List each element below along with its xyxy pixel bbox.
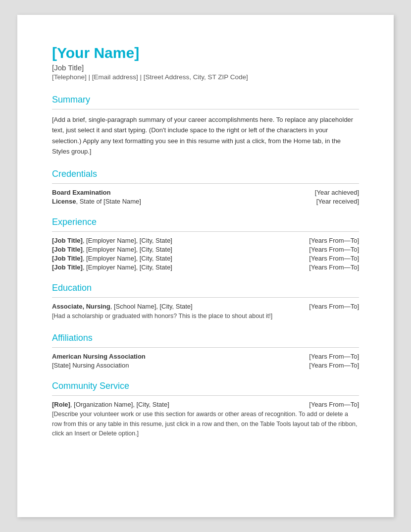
affiliation-row-1: [State] Nursing Association [Years From—…: [52, 362, 359, 369]
education-sub-text: [Had a scholarship or graduated with hon…: [52, 312, 359, 321]
community-service-row-0: [Role], [Organization Name], [City, Stat…: [52, 401, 359, 408]
credential-right-0: [Year achieved]: [315, 189, 359, 196]
summary-section: Summary [Add a brief, single-paragraph s…: [52, 95, 359, 157]
community-service-divider: [52, 395, 359, 396]
summary-divider: [52, 109, 359, 109]
community-service-title: Community Service: [52, 381, 359, 391]
experience-row-0: [Job Title], [Employer Name], [City, Sta…: [52, 237, 359, 244]
summary-title: Summary: [52, 95, 359, 105]
credential-bold-1: License: [52, 198, 76, 205]
experience-row-3: [Job Title], [Employer Name], [City, Sta…: [52, 264, 359, 271]
education-title: Education: [52, 283, 359, 293]
job-title: [Job Title]: [52, 63, 359, 72]
experience-row-2: [Job Title], [Employer Name], [City, Sta…: [52, 255, 359, 262]
experience-section: Experience [Job Title], [Employer Name],…: [52, 217, 359, 271]
credential-left-1: License, State of [State Name]: [52, 198, 308, 205]
name: [Your Name]: [52, 45, 359, 61]
summary-text: [Add a brief, single-paragraph summary o…: [52, 114, 359, 157]
credential-right-1: [Year received]: [316, 198, 359, 205]
affiliations-title: Affiliations: [52, 333, 359, 343]
affiliations-section: Affiliations American Nursing Associatio…: [52, 333, 359, 369]
affiliations-divider: [52, 347, 359, 348]
education-divider: [52, 297, 359, 298]
header: [Your Name] [Job Title] [Telephone] | [E…: [52, 45, 359, 81]
credential-row-0: Board Examination [Year achieved]: [52, 189, 359, 196]
credentials-section: Credentials Board Examination [Year achi…: [52, 169, 359, 205]
experience-title: Experience: [52, 217, 359, 227]
resume-page: [Your Name] [Job Title] [Telephone] | [E…: [17, 15, 394, 517]
education-section: Education Associate, Nursing, [School Na…: [52, 283, 359, 321]
credential-bold-0: Board Examination: [52, 189, 110, 196]
contact-info: [Telephone] | [Email address] | [Street …: [52, 73, 359, 81]
credentials-title: Credentials: [52, 169, 359, 179]
credentials-divider: [52, 183, 359, 184]
experience-row-1: [Job Title], [Employer Name], [City, Sta…: [52, 246, 359, 253]
community-service-section: Community Service [Role], [Organization …: [52, 381, 359, 438]
education-row-0: Associate, Nursing, [School Name], [City…: [52, 303, 359, 310]
affiliation-row-0: American Nursing Association [Years From…: [52, 353, 359, 360]
experience-divider: [52, 231, 359, 232]
credential-left-0: Board Examination: [52, 189, 307, 196]
credential-row-1: License, State of [State Name] [Year rec…: [52, 198, 359, 205]
community-service-sub-text: [Describe your volunteer work or use thi…: [52, 410, 359, 438]
